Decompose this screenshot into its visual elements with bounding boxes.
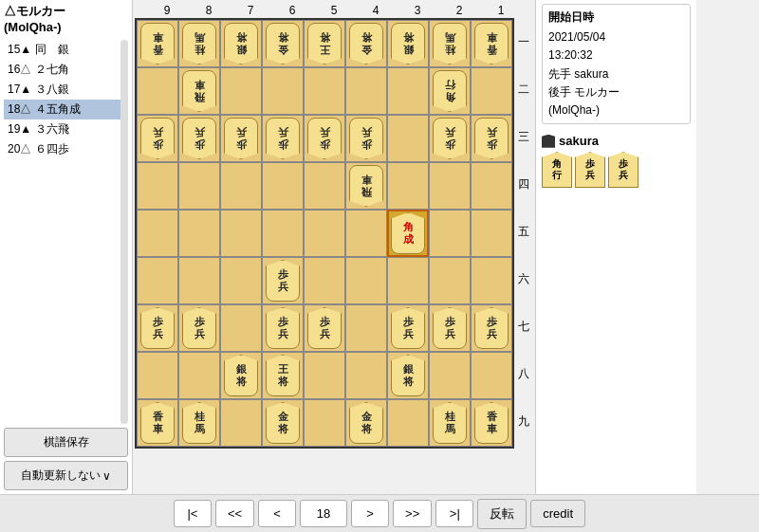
cell-0-7[interactable]: 桂 馬 bbox=[429, 20, 471, 67]
cell-5-8[interactable] bbox=[471, 257, 512, 304]
cell-5-7[interactable] bbox=[429, 257, 471, 304]
move-item-16[interactable]: 16△ ２七角 bbox=[4, 60, 120, 80]
hand-piece-2[interactable]: 歩 兵 bbox=[608, 152, 639, 188]
cell-8-0[interactable]: 香 車 bbox=[137, 399, 178, 447]
cell-5-4[interactable] bbox=[304, 257, 345, 304]
cell-2-1[interactable]: 歩 兵 bbox=[178, 115, 220, 162]
cell-4-4[interactable] bbox=[304, 210, 345, 257]
move-item-20[interactable]: 20△ ６四歩 bbox=[4, 139, 120, 159]
nav-prev-button[interactable]: < bbox=[258, 500, 296, 527]
cell-0-0[interactable]: 香 車 bbox=[137, 20, 178, 67]
cell-1-0[interactable] bbox=[137, 67, 178, 115]
cell-3-3[interactable] bbox=[262, 162, 304, 210]
cell-4-0[interactable] bbox=[137, 210, 178, 257]
cell-4-2[interactable] bbox=[220, 210, 262, 257]
cell-3-5[interactable]: 飛 車 bbox=[345, 162, 387, 210]
save-kifu-button[interactable]: 棋譜保存 bbox=[4, 428, 128, 457]
move-item-15[interactable]: 15▲ 同 銀 bbox=[4, 40, 120, 60]
move-item-18[interactable]: 18△ ４五角成 bbox=[4, 100, 120, 119]
cell-8-2[interactable] bbox=[220, 399, 262, 447]
cell-5-0[interactable] bbox=[137, 257, 178, 304]
cell-4-8[interactable] bbox=[471, 210, 512, 257]
nav-next-button[interactable]: > bbox=[351, 500, 389, 527]
cell-5-2[interactable] bbox=[220, 257, 262, 304]
cell-7-4[interactable] bbox=[304, 352, 345, 399]
cell-0-1[interactable]: 桂 馬 bbox=[178, 20, 220, 67]
cell-0-4[interactable]: 王 将 bbox=[304, 20, 345, 67]
cell-5-5[interactable] bbox=[345, 257, 387, 304]
cell-6-5[interactable] bbox=[345, 304, 387, 352]
cell-0-6[interactable]: 銀 将 bbox=[387, 20, 429, 67]
cell-1-4[interactable] bbox=[304, 67, 345, 115]
cell-6-0[interactable]: 歩 兵 bbox=[137, 304, 178, 352]
cell-7-6[interactable]: 銀 将 bbox=[387, 352, 429, 399]
auto-update-button[interactable]: 自動更新しない ∨ bbox=[4, 461, 128, 490]
cell-4-5[interactable] bbox=[345, 210, 387, 257]
cell-3-2[interactable] bbox=[220, 162, 262, 210]
cell-4-3[interactable] bbox=[262, 210, 304, 257]
reverse-button[interactable]: 反転 bbox=[477, 499, 527, 529]
cell-3-8[interactable] bbox=[471, 162, 512, 210]
cell-3-6[interactable] bbox=[387, 162, 429, 210]
cell-7-0[interactable] bbox=[137, 352, 178, 399]
cell-1-8[interactable] bbox=[471, 67, 512, 115]
cell-4-6[interactable]: 角 成 bbox=[387, 210, 429, 257]
cell-6-7[interactable]: 歩 兵 bbox=[429, 304, 471, 352]
cell-8-5[interactable]: 金 将 bbox=[345, 399, 387, 447]
cell-2-5[interactable]: 歩 兵 bbox=[345, 115, 387, 162]
cell-0-5[interactable]: 金 将 bbox=[345, 20, 387, 67]
cell-7-7[interactable] bbox=[429, 352, 471, 399]
cell-1-6[interactable] bbox=[387, 67, 429, 115]
cell-6-4[interactable]: 歩 兵 bbox=[304, 304, 345, 352]
cell-2-7[interactable]: 歩 兵 bbox=[429, 115, 471, 162]
cell-0-8[interactable]: 香 車 bbox=[471, 20, 512, 67]
cell-5-3[interactable]: 歩 兵 bbox=[262, 257, 304, 304]
cell-7-1[interactable] bbox=[178, 352, 220, 399]
cell-2-2[interactable]: 歩 兵 bbox=[220, 115, 262, 162]
nav-last-button[interactable]: >| bbox=[435, 500, 473, 527]
cell-1-3[interactable] bbox=[262, 67, 304, 115]
cell-1-5[interactable] bbox=[345, 67, 387, 115]
cell-8-7[interactable]: 桂 馬 bbox=[429, 399, 471, 447]
cell-3-7[interactable] bbox=[429, 162, 471, 210]
cell-3-1[interactable] bbox=[178, 162, 220, 210]
nav-next2-button[interactable]: >> bbox=[393, 500, 432, 527]
cell-4-7[interactable] bbox=[429, 210, 471, 257]
move-item-19[interactable]: 19▲ ３六飛 bbox=[4, 119, 120, 139]
cell-0-3[interactable]: 金 将 bbox=[262, 20, 304, 67]
cell-5-6[interactable] bbox=[387, 257, 429, 304]
cell-1-7[interactable]: 角 行 bbox=[429, 67, 471, 115]
cell-4-1[interactable] bbox=[178, 210, 220, 257]
cell-1-1[interactable]: 飛 車 bbox=[178, 67, 220, 115]
cell-0-2[interactable]: 銀 将 bbox=[220, 20, 262, 67]
cell-6-3[interactable]: 歩 兵 bbox=[262, 304, 304, 352]
cell-8-1[interactable]: 桂 馬 bbox=[178, 399, 220, 447]
cell-8-6[interactable] bbox=[387, 399, 429, 447]
cell-3-4[interactable] bbox=[304, 162, 345, 210]
hand-piece-1[interactable]: 歩 兵 bbox=[575, 152, 605, 188]
cell-7-2[interactable]: 銀 将 bbox=[220, 352, 262, 399]
cell-5-1[interactable] bbox=[178, 257, 220, 304]
cell-8-8[interactable]: 香 車 bbox=[471, 399, 512, 447]
nav-prev2-button[interactable]: << bbox=[215, 500, 254, 527]
cell-2-4[interactable]: 歩 兵 bbox=[304, 115, 345, 162]
cell-6-6[interactable]: 歩 兵 bbox=[387, 304, 429, 352]
cell-2-8[interactable]: 歩 兵 bbox=[471, 115, 512, 162]
cell-6-8[interactable]: 歩 兵 bbox=[471, 304, 512, 352]
hand-piece-0[interactable]: 角 行 bbox=[542, 152, 572, 188]
cell-8-3[interactable]: 金 将 bbox=[262, 399, 304, 447]
cell-6-2[interactable] bbox=[220, 304, 262, 352]
scrollbar[interactable] bbox=[120, 40, 128, 424]
cell-6-1[interactable]: 歩 兵 bbox=[178, 304, 220, 352]
cell-2-0[interactable]: 歩 兵 bbox=[137, 115, 178, 162]
cell-7-8[interactable] bbox=[471, 352, 512, 399]
cell-8-4[interactable] bbox=[304, 399, 345, 447]
cell-1-2[interactable] bbox=[220, 67, 262, 115]
cell-7-5[interactable] bbox=[345, 352, 387, 399]
nav-first-button[interactable]: |< bbox=[174, 500, 212, 527]
cell-2-3[interactable]: 歩 兵 bbox=[262, 115, 304, 162]
cell-2-6[interactable] bbox=[387, 115, 429, 162]
cell-3-0[interactable] bbox=[137, 162, 178, 210]
credit-button[interactable]: credit bbox=[530, 500, 585, 527]
cell-7-3[interactable]: 王 将 bbox=[262, 352, 304, 399]
